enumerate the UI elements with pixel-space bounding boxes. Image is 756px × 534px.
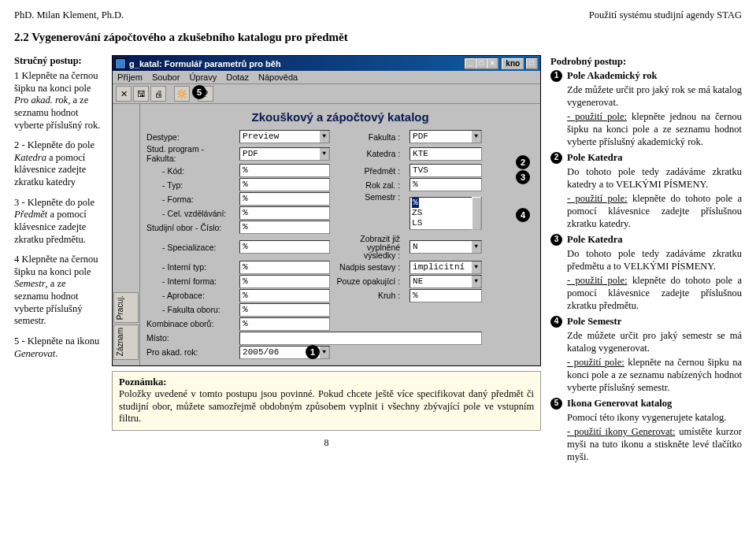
r3-b: - použití pole:	[567, 275, 628, 286]
lbl-katedra: Katedra :	[336, 149, 403, 158]
window-title: g_katal: Formulář parametrů pro běh	[129, 59, 281, 69]
fld-pouze[interactable]: NE▼	[410, 275, 482, 288]
r4-b: - použití pole:	[567, 357, 624, 368]
lbl-semestr: Semestr :	[336, 192, 403, 202]
menu-upravy[interactable]: Úpravy	[189, 72, 217, 82]
callout-3: 3	[516, 170, 530, 184]
r3-a: Do tohoto pole tedy zadáváme zkratku pře…	[567, 247, 742, 273]
lbl-destype: Destype:	[146, 132, 233, 142]
r2-title: Pole Katedra	[567, 151, 742, 164]
lbl-aprob: - Aprobace:	[146, 291, 233, 300]
window-icon	[115, 58, 126, 69]
callout-4: 4	[516, 208, 530, 222]
lbl-zobrazit: Zobrazit již vyplněné výsledky :	[336, 235, 403, 260]
r2-b: - použití pole:	[567, 193, 628, 204]
lbl-fakulta: Fakulta :	[336, 132, 403, 142]
chevron-down-icon[interactable]: ▼	[471, 275, 481, 288]
lbl-pouze: Pouze opakující :	[336, 276, 403, 286]
left-step-5b: .	[55, 348, 57, 359]
maximize-icon[interactable]: □	[476, 58, 487, 69]
fld-nadpis[interactable]: implicitní▼	[410, 261, 482, 274]
vtab-zaznam[interactable]: Záznam	[113, 324, 139, 359]
left-step-3a: 3 - Klepněte do pole	[14, 197, 94, 208]
fld-kod[interactable]: %	[239, 164, 330, 177]
fld-kruh[interactable]: %	[410, 289, 482, 302]
callout-1: 1	[306, 345, 320, 359]
left-step-1a: 1 Klepněte na černou šipku na konci pole	[14, 70, 98, 94]
lbl-kod: - Kód:	[146, 166, 233, 176]
chevron-down-icon[interactable]: ▼	[319, 130, 329, 143]
fld-katedra[interactable]: KTE	[410, 147, 482, 161]
fld-fakoboru[interactable]: %	[239, 303, 330, 317]
lbl-rokzal: Rok zal. :	[336, 180, 403, 190]
chevron-down-icon[interactable]: ▼	[319, 147, 329, 161]
lbl-typ: - Typ:	[146, 180, 233, 190]
fld-rokzal[interactable]: %	[410, 178, 482, 191]
menu-soubor[interactable]: Soubor	[152, 72, 180, 82]
fld-aprob[interactable]: %	[239, 289, 330, 302]
header-right: Použití systému studijní agendy STAG	[589, 9, 742, 21]
close-icon[interactable]: ×	[487, 58, 498, 69]
fld-misto[interactable]	[239, 332, 482, 345]
vtab-pracuj[interactable]: Pracuj.	[113, 292, 139, 323]
right-bullet-2: 2	[550, 152, 562, 164]
left-heading: Stručný postup:	[14, 55, 102, 67]
maximize2-icon[interactable]: □	[526, 58, 537, 69]
r5-a: Pomocí této ikony vygenerujete katalog.	[567, 411, 742, 424]
menu-dotaz[interactable]: Dotaz	[226, 72, 249, 82]
lbl-rok: Pro akad. rok:	[146, 347, 233, 357]
scrollbar[interactable]	[472, 197, 481, 230]
r4-title: Pole Semestr	[567, 315, 742, 328]
app-window: g_katal: Formulář parametrů pro běh _ □ …	[112, 55, 541, 366]
fld-komb[interactable]: %	[239, 317, 330, 331]
fld-celvzd[interactable]: %	[239, 206, 330, 220]
lbl-predmet: Předmět :	[336, 166, 403, 176]
toolbar-btn-2[interactable]: 🖫	[133, 86, 149, 102]
r1-title: Pole Akademický rok	[567, 69, 742, 82]
callout-5: 5	[192, 85, 206, 99]
toolbar-btn-3[interactable]: 🖨	[150, 86, 166, 102]
r1-a: Zde můžete určit pro jaký rok se má kata…	[567, 83, 742, 109]
menubar: Příjem Soubor Úpravy Dotaz Nápověda	[113, 71, 540, 84]
fld-spec[interactable]: %	[239, 240, 330, 254]
chevron-down-icon[interactable]: ▼	[471, 261, 481, 274]
lbl-inform: - Interní forma:	[146, 276, 233, 286]
fld-studobor[interactable]: %	[239, 221, 330, 234]
right-bullet-5: 5	[550, 398, 562, 410]
fld-forma[interactable]: %	[239, 192, 330, 206]
fld-typ[interactable]: %	[239, 178, 330, 191]
toolbar-btn-1[interactable]: ✕	[116, 86, 132, 102]
minimize-icon[interactable]: _	[465, 58, 476, 69]
left-step-2a: 2 - Klepněte do pole	[14, 139, 94, 150]
fld-predmet[interactable]: TVS	[410, 164, 482, 177]
right-bullet-3: 3	[550, 234, 562, 246]
fld-semestr[interactable]: % ZS LS	[410, 197, 482, 230]
lbl-misto: Místo:	[146, 333, 233, 343]
fld-intyp[interactable]: %	[239, 261, 330, 274]
fld-destype[interactable]: Preview▼	[239, 130, 330, 143]
left-step-4-field: Semestr	[14, 278, 46, 289]
lbl-komb: Kombinace oborů:	[146, 319, 233, 328]
titlebar[interactable]: g_katal: Formulář parametrů pro běh _ □ …	[113, 56, 540, 71]
lbl-studobor: Studijní obor - Číslo:	[146, 223, 233, 232]
chevron-down-icon[interactable]: ▼	[471, 130, 481, 143]
header-left: PhD. Milan Klement, Ph.D.	[14, 9, 124, 21]
left-step-5a: 5 - Klepněte na ikonu	[14, 336, 99, 347]
chevron-down-icon[interactable]: ▼	[319, 346, 329, 359]
right-bullet-1: 1	[550, 70, 562, 82]
menu-prijem[interactable]: Příjem	[117, 72, 143, 82]
fld-zobrazit[interactable]: N▼	[410, 240, 482, 254]
note-title: Poznámka:	[119, 376, 166, 388]
fld-inform[interactable]: %	[239, 275, 330, 288]
right-bullet-4: 4	[550, 316, 562, 328]
toolbar: ✕ 🖫 🖨 🔆 5 ?	[113, 84, 540, 104]
fld-fakulta[interactable]: PDF▼	[410, 130, 482, 143]
titlebar-pill: kno	[502, 58, 524, 69]
fld-studprog[interactable]: PDF▼	[239, 147, 330, 161]
note-body: Položky uvedené v tomto postupu jsou pov…	[119, 388, 534, 424]
chevron-down-icon[interactable]: ▼	[471, 240, 481, 254]
menu-napoveda[interactable]: Nápověda	[258, 72, 298, 82]
lbl-forma: - Forma:	[146, 195, 233, 204]
lbl-studprog: Stud. program - Fakulta:	[146, 144, 233, 163]
toolbar-generate-button[interactable]: 🔆 5	[174, 86, 190, 102]
